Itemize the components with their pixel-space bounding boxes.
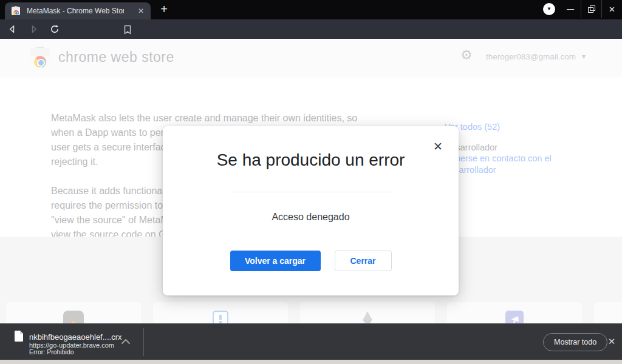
close-window-button[interactable]: ✕ [601, 0, 622, 18]
browser-tab[interactable]: MetaMask - Chrome Web Store ✕ [5, 2, 151, 19]
media-control-button[interactable]: ▼ [543, 3, 555, 15]
show-all-downloads-button[interactable]: Mostrar todo [543, 333, 607, 351]
tab-close-icon[interactable]: ✕ [136, 6, 146, 16]
error-dialog: ✕ Se ha producido un error Acceso denega… [163, 126, 459, 295]
bookmark-icon[interactable] [123, 25, 132, 35]
download-error-text: Error: Prohibido [29, 349, 122, 356]
dialog-message: Acceso denegado [163, 212, 459, 223]
chevron-up-icon[interactable] [120, 337, 131, 346]
chrome-web-store-favicon [11, 6, 21, 16]
tab-title: MetaMask - Chrome Web Store [27, 7, 124, 15]
file-document-icon [15, 331, 23, 342]
dialog-title: Se ha producido un error [163, 150, 459, 170]
restore-icon [588, 5, 595, 13]
downloads-close-icon[interactable]: ✕ [606, 336, 617, 347]
reload-button[interactable]: Volver a cargar [230, 251, 321, 271]
back-icon[interactable] [7, 24, 17, 34]
browser-toolbar: chrome.google.com/webstore/detail/metama… [0, 19, 622, 39]
downloads-divider [143, 328, 144, 356]
window-controls: — ✕ [560, 0, 622, 18]
dialog-close-button[interactable]: Cerrar [335, 251, 392, 271]
bottom-edge-strip [0, 360, 622, 364]
forward-icon[interactable] [29, 24, 39, 34]
download-item[interactable]: nkbihfbeogaeaoehlef....crx https://go-up… [29, 333, 122, 356]
download-filename: nkbihfbeogaeaoehlef....crx [29, 333, 122, 342]
dialog-divider [229, 192, 393, 192]
new-tab-button[interactable]: + [157, 2, 171, 17]
reload-icon[interactable] [50, 24, 60, 34]
browser-titlebar: MetaMask - Chrome Web Store ✕ + ▼ — ✕ [0, 0, 622, 19]
downloads-bar: nkbihfbeogaeaoehlef....crx https://go-up… [0, 323, 622, 360]
chevron-down-icon: ▼ [543, 3, 555, 15]
restore-button[interactable] [581, 0, 601, 18]
minimize-button[interactable]: — [560, 0, 581, 18]
